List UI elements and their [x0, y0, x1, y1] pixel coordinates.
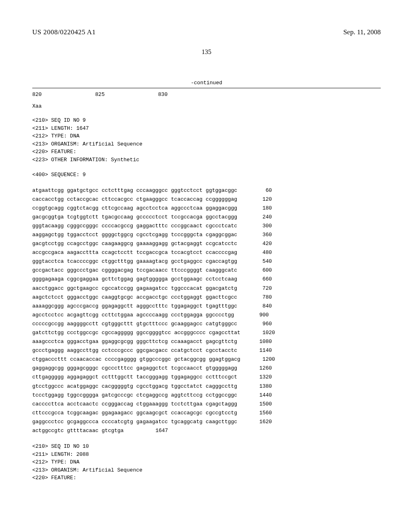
sequence-group: gtgctttccc: [136, 320, 168, 328]
sequence-group: gacgcggtga: [32, 213, 64, 222]
sequence-group: aggtcttccg: [171, 391, 202, 400]
sequence-group: ccgcatcctc: [206, 239, 237, 248]
sequence-position: 1140: [248, 346, 272, 355]
sequence-group: cccaagggcc: [136, 186, 168, 195]
sequence-group: tggagaggct: [171, 302, 202, 311]
sequence-position: 1620: [248, 418, 272, 426]
meta-line: <223> OTHER INFORMATION: Synthetic: [32, 156, 381, 164]
sequence-group: ccggggggag: [206, 195, 237, 204]
sequence-group: acgagttcgg: [67, 311, 98, 320]
sequence-groups: gccctgagggaaggccttggcctcccgcccggcgacgacc…: [32, 346, 240, 355]
sequence-groups: ctggaccctttccaacaccacccccgagggggtggcccgg…: [32, 355, 244, 364]
page-container: US 2008/0220425 A1 Sep. 11, 2008 135 -co…: [0, 0, 413, 509]
sequence-position: 300: [248, 222, 272, 231]
sequence-group: ccagcctggc: [67, 239, 98, 248]
sequence-group: cctcccgccc: [102, 346, 133, 355]
sequence-group: aaagccctca: [32, 337, 64, 346]
position-row: 820 825 830: [32, 91, 381, 98]
sequence-row: ggggagaagacggcgaggaagcttctggaggagtggggga…: [32, 275, 381, 284]
sequence-group: aggccctcaa: [171, 204, 202, 213]
sequence-groups: gaggaggcgggggagcgggccgccctttccgagaggctct…: [32, 364, 240, 373]
sequence-row: ctggaccctttccaacaccacccccgagggggtggcccgg…: [32, 355, 381, 364]
seq9-header-line: <400> SEQUENCE: 9: [32, 171, 381, 179]
sequence-groups: gacgcggtgatcgtggtctttgacgccaaggccccctcct…: [32, 213, 240, 222]
sequence-group: cgccctcatc: [206, 222, 237, 231]
sequence-group: gcgaggccca: [67, 418, 98, 426]
sequence-row: gccctgagggaaggccttggcctcccgcccggcgacgacc…: [32, 346, 381, 355]
sequence-position: 1260: [248, 364, 272, 373]
sequence-group: ggacttcgcc: [206, 293, 237, 302]
meta-line: <210> SEQ ID NO 9: [32, 116, 381, 125]
sequence-group: ggaggacggg: [206, 204, 237, 213]
sequence-group: taccgggagg: [136, 373, 168, 382]
sequence-group: gaggaggcgg: [32, 364, 64, 373]
sequence-row: gatcttctggccctggccgccgccagggggggccggggtc…: [32, 328, 381, 337]
sequence-group: agccccaagg: [136, 311, 168, 320]
seq9-sequence-rows: atgaattcggggatgctgcccctctttgagcccaagggcc…: [32, 186, 381, 436]
sequence-group: tgagtttggc: [206, 302, 237, 311]
sequence-groups: gggtacaaggcgggccgggcccccacgccggaggactttc…: [32, 222, 240, 231]
meta-line: <212> TYPE: DNA: [32, 132, 381, 140]
sequence-row: ccggtgcaggcggtctacggcttcgccaagagcctcctca…: [32, 204, 381, 213]
sequence-position: 1500: [248, 400, 272, 409]
sequence-group: atgaattcgg: [32, 186, 64, 195]
sequence-group: ccccgagggg: [105, 355, 136, 364]
sequence-position: 900: [244, 311, 269, 320]
sequence-group: cctttccgct: [206, 373, 237, 382]
sequence-group: tccgccacga: [171, 213, 202, 222]
sequence-position: 480: [248, 248, 272, 257]
sequence-group: gggtacaagg: [32, 222, 64, 231]
sequence-position: 1647: [144, 426, 168, 435]
sequence-row: actggccgtcgttttacaacgtcgtga1647: [32, 426, 381, 435]
sequence-group: ctggacccttt: [32, 355, 67, 364]
sequence-group: gccccctcct: [136, 213, 168, 222]
sequence-group: tgcaggcatg: [171, 418, 202, 426]
sequence-groups: agcctcctccacgagttcggccttctggaaagccccaagg…: [32, 311, 237, 320]
sequence-position: 180: [248, 204, 272, 213]
sequence-group: tccacgtcct: [171, 248, 202, 257]
sequence-position: 780: [248, 293, 272, 302]
sequence-group: tggccgggga: [67, 391, 98, 400]
sequence-position: 120: [248, 195, 272, 204]
sequence-group: caagcttggc: [206, 418, 237, 426]
sequence-group: ccatgctcct: [171, 346, 202, 355]
sequence-group: ccccatcgtg: [102, 418, 133, 426]
sequence-group: ctcgaggccg: [136, 391, 168, 400]
sequence-group: gtgggggagg: [206, 364, 237, 373]
sequence-group: cgccatccgg: [102, 284, 133, 293]
sequence-groups: gtcctggcccacatggaggccacgggggtgcgcctggacg…: [32, 382, 240, 391]
sequence-group: agcctcctca: [136, 204, 168, 213]
sequence-group: aaaaggcggg: [32, 302, 64, 311]
sequence-group: gaaaagtacg: [136, 257, 168, 266]
sequence-group: gaggactttc: [136, 222, 168, 231]
sequence-groups: tccctggaggtggccggggagatcgcccgcctcgaggccg…: [32, 391, 240, 400]
sequence-group: gggagcgggc: [67, 364, 98, 373]
sequence-position: 360: [248, 231, 272, 239]
sequence-group: gaggccctcc: [32, 418, 64, 426]
meta-line: <213> ORGANISM: Artificial Sequence: [32, 466, 381, 474]
sequence-group: cgagccttat: [209, 328, 240, 337]
sequence-group: cctcctcaag: [206, 275, 237, 284]
sequence-group: tcctcttgaa: [171, 400, 202, 409]
continued-label: -continued: [32, 80, 381, 86]
sequence-position: 420: [248, 239, 272, 248]
sequence-group: ggcaagcgct: [136, 409, 168, 418]
header-row: US 2008/0220425 A1 Sep. 11, 2008: [32, 28, 381, 36]
sequence-group: aagctctcct: [32, 293, 64, 302]
sequence-group: tggcccacat: [171, 284, 202, 293]
sequence-group: ccaaagacct: [171, 337, 202, 346]
sequence-groups: caccacctggcctaccgcaccttccacgccctgaagggcc…: [32, 195, 240, 204]
sequence-group: gagaagatcc: [136, 284, 168, 293]
sequence-position: 240: [248, 213, 272, 222]
sequence-group: ggcctacggg: [206, 213, 237, 222]
sequence-position: 1020: [251, 328, 275, 337]
sequence-group: tcgccaacct: [171, 364, 202, 373]
sequence-position: 1560: [248, 409, 272, 418]
sequence-row: atgaattcggggatgctgcccctctttgagcccaagggcc…: [32, 186, 381, 195]
sequence-group: cggtctacgg: [67, 204, 98, 213]
sequence-group: ggaggcgcgg: [102, 337, 133, 346]
sequence-group: gcctgaggcc: [171, 257, 202, 266]
sequence-group: gagaagatcc: [136, 418, 168, 426]
sequence-group: ggtggacggc: [206, 186, 237, 195]
sequence-group: cgccaggggg: [102, 328, 133, 337]
